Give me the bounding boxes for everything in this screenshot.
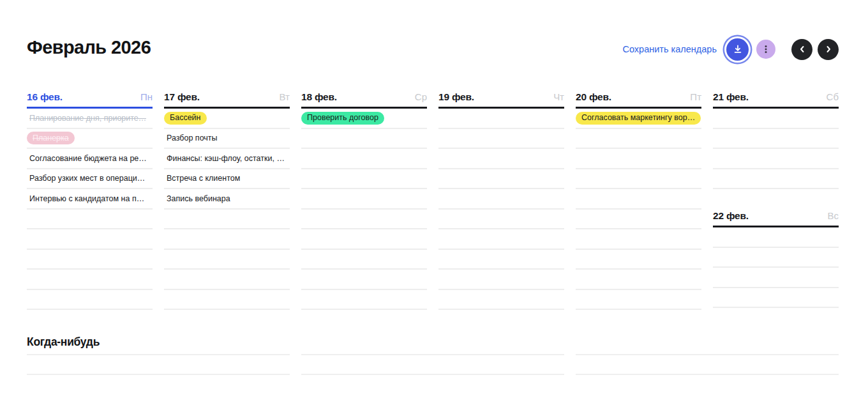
task-row[interactable]: Разбор узких мест в операци… bbox=[27, 169, 153, 190]
weekday-label: Чт bbox=[553, 91, 564, 102]
empty-row[interactable] bbox=[576, 189, 701, 210]
task-row[interactable]: Согласование бюджета на ре… bbox=[27, 149, 153, 169]
task-row[interactable]: Финансы: кэш-флоу, остатки, … bbox=[164, 149, 290, 169]
weekday-label: Пт bbox=[690, 91, 701, 102]
empty-row[interactable] bbox=[301, 210, 427, 230]
empty-row[interactable] bbox=[164, 210, 290, 230]
day-header: 19 фев.Чт bbox=[438, 91, 564, 109]
empty-row[interactable] bbox=[164, 290, 290, 311]
task-badge: Согласовать маркетингу вор… bbox=[576, 112, 701, 125]
kebab-menu-icon bbox=[761, 44, 770, 54]
day-date: 18 фев. bbox=[301, 91, 337, 103]
weekend-spacer bbox=[713, 189, 839, 210]
task-text: Интервью с кандидатом на п… bbox=[27, 194, 144, 203]
empty-row[interactable] bbox=[27, 250, 153, 270]
someday-empty-row[interactable] bbox=[301, 355, 564, 376]
someday-empty-row[interactable] bbox=[576, 355, 839, 376]
task-row[interactable]: Встреча с клиентом bbox=[164, 169, 290, 190]
weekday-label: Сб bbox=[827, 91, 839, 102]
weekday-label: Вс bbox=[827, 210, 839, 221]
empty-row[interactable] bbox=[713, 227, 839, 248]
empty-row[interactable] bbox=[713, 248, 839, 268]
empty-row[interactable] bbox=[438, 169, 564, 190]
someday-empty-row[interactable] bbox=[576, 335, 839, 355]
empty-row[interactable] bbox=[27, 210, 153, 230]
empty-row[interactable] bbox=[438, 229, 564, 250]
next-week-button[interactable] bbox=[818, 39, 839, 60]
day-date: 20 фев. bbox=[576, 91, 611, 103]
more-options-button[interactable] bbox=[756, 40, 775, 59]
chevron-right-icon bbox=[824, 45, 833, 54]
empty-row[interactable] bbox=[438, 270, 564, 290]
empty-row[interactable] bbox=[713, 268, 839, 288]
download-button[interactable] bbox=[726, 38, 749, 61]
day-date: 16 фев. bbox=[27, 91, 63, 103]
task-row[interactable]: Проверить договор bbox=[301, 109, 427, 129]
empty-row[interactable] bbox=[438, 109, 564, 129]
task-row[interactable]: Запись вебинара bbox=[164, 189, 290, 210]
task-text: Планирование дня, приорите… bbox=[27, 114, 146, 123]
empty-row[interactable] bbox=[301, 149, 427, 169]
empty-row[interactable] bbox=[164, 229, 290, 250]
task-text: Финансы: кэш-флоу, остатки, … bbox=[164, 154, 285, 163]
empty-row[interactable] bbox=[713, 129, 839, 150]
task-text: Запись вебинара bbox=[164, 194, 230, 203]
task-row[interactable]: Интервью с кандидатом на п… bbox=[27, 189, 153, 210]
empty-row[interactable] bbox=[438, 290, 564, 311]
empty-row[interactable] bbox=[164, 250, 290, 270]
empty-row[interactable] bbox=[301, 250, 427, 270]
prev-week-button[interactable] bbox=[791, 39, 812, 60]
empty-row[interactable] bbox=[576, 169, 701, 190]
someday-column bbox=[301, 335, 564, 375]
save-calendar-link[interactable]: Сохранить календарь bbox=[623, 44, 717, 54]
task-text: Разбор узких мест в операци… bbox=[27, 174, 145, 183]
empty-row[interactable] bbox=[438, 129, 564, 150]
day-header: 22 фев.Вс bbox=[713, 210, 839, 227]
task-row[interactable]: Бассейн bbox=[164, 109, 290, 129]
task-row[interactable]: Планирование дня, приорите… bbox=[27, 109, 153, 129]
empty-row[interactable] bbox=[713, 109, 839, 129]
empty-row[interactable] bbox=[713, 169, 839, 190]
day-column-18: 18 фев.СрПроверить договор bbox=[301, 91, 427, 310]
weekend-column: 21 фев.Сб22 фев.Вс bbox=[713, 91, 839, 310]
empty-row[interactable] bbox=[576, 149, 701, 169]
empty-row[interactable] bbox=[27, 270, 153, 290]
empty-row[interactable] bbox=[576, 250, 701, 270]
empty-row[interactable] bbox=[164, 270, 290, 290]
day-date: 17 фев. bbox=[164, 91, 200, 103]
weekday-label: Пн bbox=[140, 91, 153, 102]
day-column-16: 16 фев.ПнПланирование дня, приорите…План… bbox=[27, 91, 153, 310]
empty-row[interactable] bbox=[27, 290, 153, 311]
day-header: 20 фев.Пт bbox=[576, 91, 701, 109]
task-text: Разбор почты bbox=[164, 134, 218, 142]
weekday-label: Вт bbox=[280, 91, 290, 102]
empty-row[interactable] bbox=[713, 288, 839, 309]
empty-row[interactable] bbox=[576, 270, 701, 290]
someday-empty-row[interactable] bbox=[27, 355, 290, 376]
empty-row[interactable] bbox=[438, 189, 564, 210]
task-row[interactable]: Планерка bbox=[27, 129, 153, 150]
empty-row[interactable] bbox=[301, 270, 427, 290]
day-date: 19 фев. bbox=[438, 91, 474, 103]
someday-empty-row[interactable] bbox=[301, 335, 564, 355]
empty-row[interactable] bbox=[576, 129, 701, 150]
empty-row[interactable] bbox=[301, 229, 427, 250]
empty-row[interactable] bbox=[438, 210, 564, 230]
empty-row[interactable] bbox=[301, 129, 427, 150]
empty-row[interactable] bbox=[576, 229, 701, 250]
day-column-22: 22 фев.Вс bbox=[713, 210, 839, 308]
empty-row[interactable] bbox=[576, 210, 701, 230]
empty-row[interactable] bbox=[301, 169, 427, 190]
day-header: 18 фев.Ср bbox=[301, 91, 427, 109]
empty-row[interactable] bbox=[576, 290, 701, 311]
empty-row[interactable] bbox=[301, 189, 427, 210]
empty-row[interactable] bbox=[27, 229, 153, 250]
download-icon bbox=[733, 44, 743, 54]
task-row[interactable]: Разбор почты bbox=[164, 129, 290, 150]
task-row[interactable]: Согласовать маркетингу вор… bbox=[576, 109, 701, 129]
empty-row[interactable] bbox=[713, 149, 839, 169]
empty-row[interactable] bbox=[301, 290, 427, 311]
empty-row[interactable] bbox=[438, 149, 564, 169]
empty-row[interactable] bbox=[438, 250, 564, 270]
task-badge: Бассейн bbox=[164, 112, 207, 125]
